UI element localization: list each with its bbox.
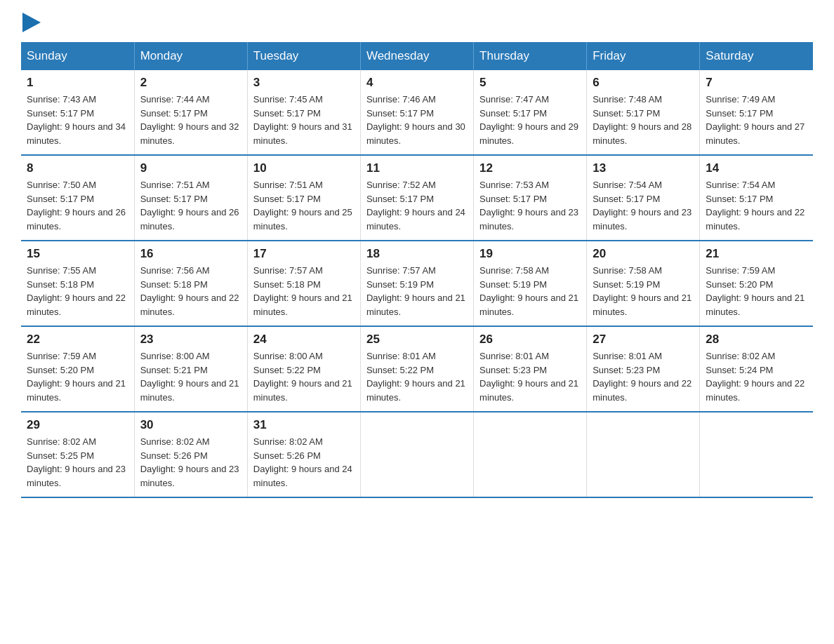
day-cell: 25 Sunrise: 8:01 AM Sunset: 5:22 PM Dayl… [360, 326, 473, 412]
day-cell: 30 Sunrise: 8:02 AM Sunset: 5:26 PM Dayl… [134, 412, 247, 497]
day-number: 3 [253, 76, 355, 90]
day-number: 24 [253, 333, 355, 347]
calendar-table: SundayMondayTuesdayWednesdayThursdayFrid… [21, 42, 813, 498]
day-number: 5 [479, 76, 581, 90]
day-info: Sunrise: 7:59 AM Sunset: 5:20 PM Dayligh… [27, 349, 128, 404]
day-info: Sunrise: 7:54 AM Sunset: 5:17 PM Dayligh… [706, 178, 807, 233]
day-number: 11 [366, 161, 468, 175]
day-cell: 19 Sunrise: 7:58 AM Sunset: 5:19 PM Dayl… [474, 241, 587, 326]
day-cell: 27 Sunrise: 8:01 AM Sunset: 5:23 PM Dayl… [587, 326, 700, 412]
day-cell [587, 412, 700, 497]
column-header-tuesday: Tuesday [247, 42, 360, 70]
day-number: 6 [593, 76, 694, 90]
day-cell: 21 Sunrise: 7:59 AM Sunset: 5:20 PM Dayl… [700, 241, 813, 326]
day-number: 19 [479, 247, 581, 261]
day-cell: 24 Sunrise: 8:00 AM Sunset: 5:22 PM Dayl… [247, 326, 360, 412]
day-number: 23 [140, 333, 241, 347]
day-cell: 10 Sunrise: 7:51 AM Sunset: 5:17 PM Dayl… [247, 155, 360, 241]
day-info: Sunrise: 8:02 AM Sunset: 5:24 PM Dayligh… [706, 349, 807, 404]
day-number: 15 [27, 247, 128, 261]
day-number: 2 [140, 76, 241, 90]
day-number: 28 [706, 333, 807, 347]
day-info: Sunrise: 7:46 AM Sunset: 5:17 PM Dayligh… [366, 93, 468, 147]
week-row-5: 29 Sunrise: 8:02 AM Sunset: 5:25 PM Dayl… [21, 412, 813, 497]
day-cell: 9 Sunrise: 7:51 AM Sunset: 5:17 PM Dayli… [134, 155, 247, 241]
svg-marker-0 [22, 13, 41, 32]
day-cell [700, 412, 813, 497]
page-header [21, 14, 813, 28]
day-cell: 23 Sunrise: 8:00 AM Sunset: 5:21 PM Dayl… [134, 326, 247, 412]
day-info: Sunrise: 8:00 AM Sunset: 5:22 PM Dayligh… [253, 349, 355, 404]
day-info: Sunrise: 8:02 AM Sunset: 5:26 PM Dayligh… [140, 435, 241, 490]
column-header-saturday: Saturday [700, 42, 813, 70]
day-number: 12 [479, 161, 581, 175]
day-cell: 8 Sunrise: 7:50 AM Sunset: 5:17 PM Dayli… [21, 155, 134, 241]
day-info: Sunrise: 7:50 AM Sunset: 5:17 PM Dayligh… [27, 178, 128, 233]
day-number: 8 [27, 161, 128, 175]
day-cell: 17 Sunrise: 7:57 AM Sunset: 5:18 PM Dayl… [247, 241, 360, 326]
day-info: Sunrise: 7:53 AM Sunset: 5:17 PM Dayligh… [479, 178, 581, 233]
day-cell: 5 Sunrise: 7:47 AM Sunset: 5:17 PM Dayli… [474, 70, 587, 155]
day-info: Sunrise: 7:48 AM Sunset: 5:17 PM Dayligh… [593, 93, 694, 147]
day-cell: 11 Sunrise: 7:52 AM Sunset: 5:17 PM Dayl… [360, 155, 473, 241]
day-info: Sunrise: 7:51 AM Sunset: 5:17 PM Dayligh… [140, 178, 241, 233]
day-number: 29 [27, 418, 128, 432]
day-cell: 4 Sunrise: 7:46 AM Sunset: 5:17 PM Dayli… [360, 70, 473, 155]
day-cell: 13 Sunrise: 7:54 AM Sunset: 5:17 PM Dayl… [587, 155, 700, 241]
day-info: Sunrise: 7:57 AM Sunset: 5:19 PM Dayligh… [366, 264, 468, 318]
day-info: Sunrise: 7:52 AM Sunset: 5:17 PM Dayligh… [366, 178, 468, 233]
logo [21, 14, 41, 28]
day-info: Sunrise: 8:00 AM Sunset: 5:21 PM Dayligh… [140, 349, 241, 404]
day-cell: 31 Sunrise: 8:02 AM Sunset: 5:26 PM Dayl… [247, 412, 360, 497]
day-cell: 18 Sunrise: 7:57 AM Sunset: 5:19 PM Dayl… [360, 241, 473, 326]
day-cell: 28 Sunrise: 8:02 AM Sunset: 5:24 PM Dayl… [700, 326, 813, 412]
day-info: Sunrise: 8:01 AM Sunset: 5:22 PM Dayligh… [366, 349, 468, 404]
day-number: 25 [366, 333, 468, 347]
day-info: Sunrise: 7:43 AM Sunset: 5:17 PM Dayligh… [27, 93, 128, 147]
day-number: 9 [140, 161, 241, 175]
day-info: Sunrise: 8:01 AM Sunset: 5:23 PM Dayligh… [593, 349, 694, 404]
day-cell: 1 Sunrise: 7:43 AM Sunset: 5:17 PM Dayli… [21, 70, 134, 155]
day-number: 13 [593, 161, 694, 175]
day-info: Sunrise: 7:45 AM Sunset: 5:17 PM Dayligh… [253, 93, 355, 147]
header-row: SundayMondayTuesdayWednesdayThursdayFrid… [21, 42, 813, 70]
day-info: Sunrise: 7:58 AM Sunset: 5:19 PM Dayligh… [479, 264, 581, 318]
day-cell: 14 Sunrise: 7:54 AM Sunset: 5:17 PM Dayl… [700, 155, 813, 241]
day-cell: 2 Sunrise: 7:44 AM Sunset: 5:17 PM Dayli… [134, 70, 247, 155]
day-cell [474, 412, 587, 497]
day-info: Sunrise: 8:02 AM Sunset: 5:25 PM Dayligh… [27, 435, 128, 490]
logo-arrow-icon [22, 13, 41, 32]
day-cell [360, 412, 473, 497]
day-number: 27 [593, 333, 694, 347]
day-info: Sunrise: 8:02 AM Sunset: 5:26 PM Dayligh… [253, 435, 355, 490]
day-number: 4 [366, 76, 468, 90]
day-number: 30 [140, 418, 241, 432]
column-header-wednesday: Wednesday [360, 42, 473, 70]
day-number: 18 [366, 247, 468, 261]
column-header-sunday: Sunday [21, 42, 134, 70]
day-cell: 15 Sunrise: 7:55 AM Sunset: 5:18 PM Dayl… [21, 241, 134, 326]
day-cell: 20 Sunrise: 7:58 AM Sunset: 5:19 PM Dayl… [587, 241, 700, 326]
day-info: Sunrise: 7:57 AM Sunset: 5:18 PM Dayligh… [253, 264, 355, 318]
day-number: 7 [706, 76, 807, 90]
day-cell: 6 Sunrise: 7:48 AM Sunset: 5:17 PM Dayli… [587, 70, 700, 155]
day-info: Sunrise: 7:56 AM Sunset: 5:18 PM Dayligh… [140, 264, 241, 318]
day-info: Sunrise: 7:51 AM Sunset: 5:17 PM Dayligh… [253, 178, 355, 233]
day-cell: 12 Sunrise: 7:53 AM Sunset: 5:17 PM Dayl… [474, 155, 587, 241]
day-info: Sunrise: 7:59 AM Sunset: 5:20 PM Dayligh… [706, 264, 807, 318]
day-number: 21 [706, 247, 807, 261]
day-number: 1 [27, 76, 128, 90]
day-cell: 29 Sunrise: 8:02 AM Sunset: 5:25 PM Dayl… [21, 412, 134, 497]
day-number: 26 [479, 333, 581, 347]
day-cell: 22 Sunrise: 7:59 AM Sunset: 5:20 PM Dayl… [21, 326, 134, 412]
day-number: 14 [706, 161, 807, 175]
column-header-monday: Monday [134, 42, 247, 70]
day-cell: 7 Sunrise: 7:49 AM Sunset: 5:17 PM Dayli… [700, 70, 813, 155]
day-number: 17 [253, 247, 355, 261]
day-cell: 26 Sunrise: 8:01 AM Sunset: 5:23 PM Dayl… [474, 326, 587, 412]
day-info: Sunrise: 7:44 AM Sunset: 5:17 PM Dayligh… [140, 93, 241, 147]
day-number: 16 [140, 247, 241, 261]
column-header-thursday: Thursday [474, 42, 587, 70]
day-info: Sunrise: 8:01 AM Sunset: 5:23 PM Dayligh… [479, 349, 581, 404]
day-info: Sunrise: 7:54 AM Sunset: 5:17 PM Dayligh… [593, 178, 694, 233]
